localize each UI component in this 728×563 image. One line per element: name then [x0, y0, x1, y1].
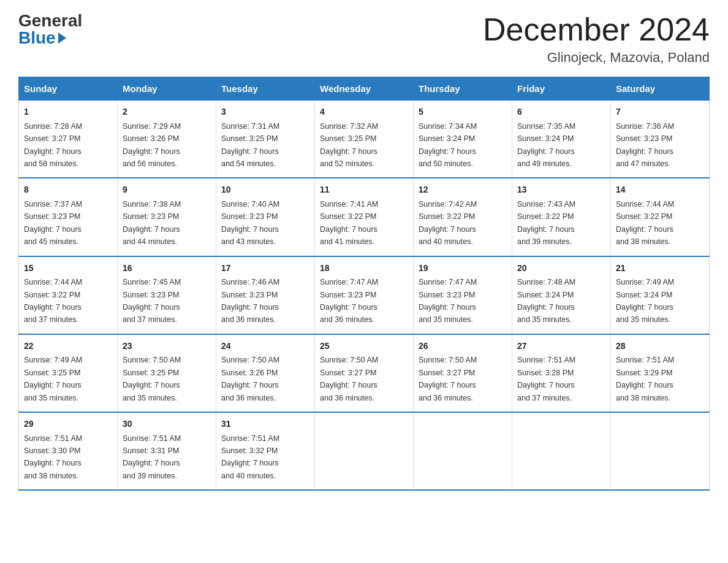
logo-general-text: General — [18, 12, 82, 29]
calendar-cell: 12Sunrise: 7:42 AM Sunset: 3:22 PM Dayli… — [414, 178, 512, 256]
header-thursday: Thursday — [414, 77, 512, 101]
calendar-cell: 23Sunrise: 7:50 AM Sunset: 3:25 PM Dayli… — [118, 334, 216, 412]
day-info: Sunrise: 7:51 AM Sunset: 3:32 PM Dayligh… — [221, 434, 279, 480]
day-number: 19 — [419, 262, 507, 275]
header-sunday: Sunday — [19, 77, 118, 101]
day-info: Sunrise: 7:49 AM Sunset: 3:24 PM Dayligh… — [616, 278, 674, 324]
calendar-cell: 28Sunrise: 7:51 AM Sunset: 3:29 PM Dayli… — [611, 334, 710, 412]
calendar-cell: 17Sunrise: 7:46 AM Sunset: 3:23 PM Dayli… — [216, 256, 315, 334]
day-number: 2 — [123, 105, 211, 119]
calendar-cell: 18Sunrise: 7:47 AM Sunset: 3:23 PM Dayli… — [315, 256, 414, 334]
day-number: 13 — [517, 183, 605, 197]
week-row-4: 22Sunrise: 7:49 AM Sunset: 3:25 PM Dayli… — [19, 334, 710, 412]
calendar-cell: 2Sunrise: 7:29 AM Sunset: 3:26 PM Daylig… — [118, 101, 216, 178]
calendar-cell: 26Sunrise: 7:50 AM Sunset: 3:27 PM Dayli… — [414, 334, 512, 412]
day-number: 22 — [24, 340, 112, 353]
calendar-cell: 11Sunrise: 7:41 AM Sunset: 3:22 PM Dayli… — [315, 178, 414, 256]
calendar-cell: 30Sunrise: 7:51 AM Sunset: 3:31 PM Dayli… — [118, 412, 216, 490]
day-number: 24 — [221, 340, 309, 353]
calendar-cell — [611, 412, 710, 490]
location-subtitle: Glinojeck, Mazovia, Poland — [483, 50, 710, 66]
day-info: Sunrise: 7:51 AM Sunset: 3:28 PM Dayligh… — [517, 356, 575, 402]
calendar-cell: 27Sunrise: 7:51 AM Sunset: 3:28 PM Dayli… — [512, 334, 611, 412]
month-title: December 2024 — [483, 12, 710, 47]
day-number: 3 — [221, 105, 309, 119]
day-number: 8 — [24, 183, 112, 197]
logo-blue-text: Blue — [18, 29, 66, 47]
day-number: 25 — [320, 340, 408, 353]
week-row-1: 1Sunrise: 7:28 AM Sunset: 3:27 PM Daylig… — [19, 101, 710, 178]
calendar-cell — [414, 412, 512, 490]
day-info: Sunrise: 7:48 AM Sunset: 3:24 PM Dayligh… — [517, 278, 575, 324]
day-number: 1 — [24, 105, 112, 119]
day-number: 17 — [221, 262, 309, 275]
header-saturday: Saturday — [611, 77, 710, 101]
calendar-cell: 15Sunrise: 7:44 AM Sunset: 3:22 PM Dayli… — [19, 256, 118, 334]
day-info: Sunrise: 7:36 AM Sunset: 3:23 PM Dayligh… — [616, 122, 674, 168]
day-info: Sunrise: 7:29 AM Sunset: 3:26 PM Dayligh… — [123, 122, 181, 168]
day-info: Sunrise: 7:40 AM Sunset: 3:23 PM Dayligh… — [221, 200, 279, 246]
calendar-cell: 22Sunrise: 7:49 AM Sunset: 3:25 PM Dayli… — [19, 334, 118, 412]
day-number: 27 — [517, 340, 605, 353]
week-row-5: 29Sunrise: 7:51 AM Sunset: 3:30 PM Dayli… — [19, 412, 710, 490]
calendar-cell: 21Sunrise: 7:49 AM Sunset: 3:24 PM Dayli… — [611, 256, 710, 334]
day-info: Sunrise: 7:37 AM Sunset: 3:23 PM Dayligh… — [24, 200, 82, 246]
calendar-header-row: SundayMondayTuesdayWednesdayThursdayFrid… — [19, 77, 710, 101]
day-info: Sunrise: 7:51 AM Sunset: 3:29 PM Dayligh… — [616, 356, 674, 402]
day-number: 12 — [419, 183, 507, 197]
day-info: Sunrise: 7:46 AM Sunset: 3:23 PM Dayligh… — [221, 278, 279, 324]
day-number: 26 — [419, 340, 507, 353]
day-number: 11 — [320, 183, 408, 197]
logo-triangle-icon — [58, 33, 66, 44]
day-number: 23 — [123, 340, 211, 353]
day-number: 31 — [221, 418, 309, 431]
calendar-cell: 16Sunrise: 7:45 AM Sunset: 3:23 PM Dayli… — [118, 256, 216, 334]
day-number: 7 — [616, 105, 704, 119]
day-info: Sunrise: 7:50 AM Sunset: 3:26 PM Dayligh… — [221, 356, 279, 402]
day-info: Sunrise: 7:41 AM Sunset: 3:22 PM Dayligh… — [320, 200, 378, 246]
day-info: Sunrise: 7:32 AM Sunset: 3:25 PM Dayligh… — [320, 122, 378, 168]
day-info: Sunrise: 7:47 AM Sunset: 3:23 PM Dayligh… — [419, 278, 477, 324]
day-info: Sunrise: 7:47 AM Sunset: 3:23 PM Dayligh… — [320, 278, 378, 324]
day-info: Sunrise: 7:51 AM Sunset: 3:31 PM Dayligh… — [123, 434, 181, 480]
calendar-cell: 14Sunrise: 7:44 AM Sunset: 3:22 PM Dayli… — [611, 178, 710, 256]
calendar-cell: 5Sunrise: 7:34 AM Sunset: 3:24 PM Daylig… — [414, 101, 512, 178]
header-friday: Friday — [512, 77, 611, 101]
calendar-cell — [315, 412, 414, 490]
day-info: Sunrise: 7:28 AM Sunset: 3:27 PM Dayligh… — [24, 122, 82, 168]
calendar-cell: 4Sunrise: 7:32 AM Sunset: 3:25 PM Daylig… — [315, 101, 414, 178]
calendar-cell: 6Sunrise: 7:35 AM Sunset: 3:24 PM Daylig… — [512, 101, 611, 178]
calendar-cell: 9Sunrise: 7:38 AM Sunset: 3:23 PM Daylig… — [118, 178, 216, 256]
day-number: 14 — [616, 183, 704, 197]
day-number: 10 — [221, 183, 309, 197]
day-number: 5 — [419, 105, 507, 119]
calendar-cell: 3Sunrise: 7:31 AM Sunset: 3:25 PM Daylig… — [216, 101, 315, 178]
day-info: Sunrise: 7:51 AM Sunset: 3:30 PM Dayligh… — [24, 434, 82, 480]
day-number: 21 — [616, 262, 704, 275]
day-info: Sunrise: 7:44 AM Sunset: 3:22 PM Dayligh… — [616, 200, 674, 246]
header-monday: Monday — [118, 77, 216, 101]
day-info: Sunrise: 7:49 AM Sunset: 3:25 PM Dayligh… — [24, 356, 82, 402]
day-number: 30 — [123, 418, 211, 431]
day-number: 20 — [517, 262, 605, 275]
day-info: Sunrise: 7:35 AM Sunset: 3:24 PM Dayligh… — [517, 122, 575, 168]
page-header: General Blue December 2024 Glinojeck, Ma… — [18, 12, 710, 66]
calendar-cell: 20Sunrise: 7:48 AM Sunset: 3:24 PM Dayli… — [512, 256, 611, 334]
calendar-cell: 24Sunrise: 7:50 AM Sunset: 3:26 PM Dayli… — [216, 334, 315, 412]
day-info: Sunrise: 7:31 AM Sunset: 3:25 PM Dayligh… — [221, 122, 279, 168]
calendar-cell: 10Sunrise: 7:40 AM Sunset: 3:23 PM Dayli… — [216, 178, 315, 256]
day-number: 9 — [123, 183, 211, 197]
calendar-cell: 29Sunrise: 7:51 AM Sunset: 3:30 PM Dayli… — [19, 412, 118, 490]
day-number: 15 — [24, 262, 112, 275]
header-tuesday: Tuesday — [216, 77, 315, 101]
calendar-cell: 1Sunrise: 7:28 AM Sunset: 3:27 PM Daylig… — [19, 101, 118, 178]
week-row-3: 15Sunrise: 7:44 AM Sunset: 3:22 PM Dayli… — [19, 256, 710, 334]
calendar-table: SundayMondayTuesdayWednesdayThursdayFrid… — [18, 77, 710, 491]
week-row-2: 8Sunrise: 7:37 AM Sunset: 3:23 PM Daylig… — [19, 178, 710, 256]
day-number: 6 — [517, 105, 605, 119]
day-info: Sunrise: 7:45 AM Sunset: 3:23 PM Dayligh… — [123, 278, 181, 324]
day-number: 16 — [123, 262, 211, 275]
day-info: Sunrise: 7:50 AM Sunset: 3:27 PM Dayligh… — [419, 356, 477, 402]
day-info: Sunrise: 7:42 AM Sunset: 3:22 PM Dayligh… — [419, 200, 477, 246]
day-info: Sunrise: 7:34 AM Sunset: 3:24 PM Dayligh… — [419, 122, 477, 168]
